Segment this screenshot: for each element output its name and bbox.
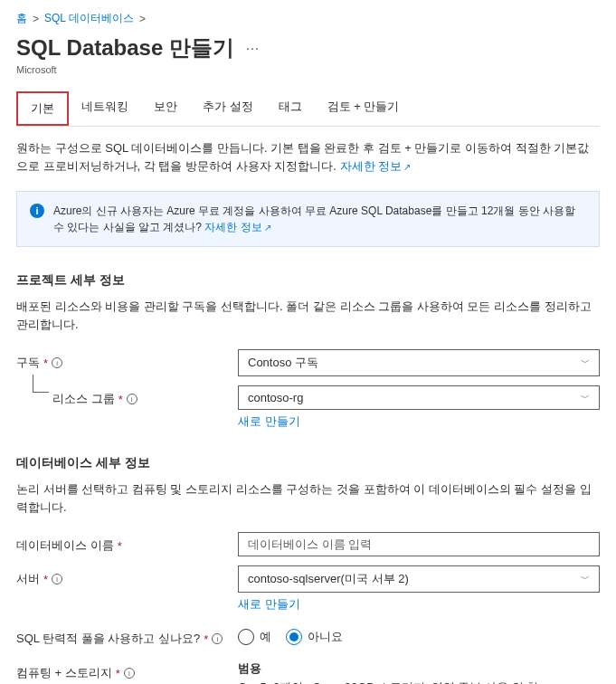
section-title-database: 데이터베이스 세부 정보	[16, 455, 600, 471]
create-server-link[interactable]: 새로 만들기	[238, 596, 300, 613]
breadcrumb-database[interactable]: SQL 데이터베이스	[44, 11, 134, 26]
label-database-name: 데이터베이스 이름 *	[16, 532, 238, 554]
label-elastic-pool: SQL 탄력적 풀을 사용하고 싶나요? * i	[16, 625, 238, 647]
tab-basic[interactable]: 기본	[16, 91, 69, 126]
elastic-pool-no[interactable]: 아니요	[286, 629, 343, 645]
tab-tags[interactable]: 태그	[266, 91, 315, 126]
label-server: 서버 * i	[16, 565, 238, 587]
compute-details: Gen5, 2개의 vCore, 32GB 스토리지, 영역 중복 사용 안 함	[238, 679, 600, 684]
section-title-project: 프로젝트 세부 정보	[16, 272, 600, 289]
breadcrumb: 홈 > SQL 데이터베이스 >	[16, 11, 600, 26]
label-compute-storage: 컴퓨팅 + 스토리지 * i	[16, 660, 238, 681]
help-icon[interactable]: i	[212, 633, 223, 644]
external-link-icon: ↗	[403, 162, 411, 172]
help-icon[interactable]: i	[124, 668, 135, 679]
tab-security[interactable]: 보안	[141, 91, 190, 126]
chevron-down-icon: ﹀	[581, 356, 590, 369]
tab-additional[interactable]: 추가 설정	[190, 91, 266, 126]
tab-description: 원하는 구성으로 SQL 데이터베이스를 만듭니다. 기본 탭을 완료한 후 검…	[16, 139, 600, 175]
tab-networking[interactable]: 네트워킹	[69, 91, 141, 126]
chevron-down-icon: ﹀	[581, 573, 590, 585]
help-icon[interactable]: i	[52, 357, 62, 368]
server-select[interactable]: contoso-sqlserver(미국 서부 2) ﹀	[238, 565, 600, 593]
chevron-down-icon: ﹀	[581, 392, 590, 404]
chevron-right-icon: >	[139, 13, 146, 25]
info-banner: i Azure의 신규 사용자는 Azure 무료 계정을 사용하여 무료 Az…	[16, 191, 600, 247]
database-name-input[interactable]	[238, 532, 600, 556]
compute-tier: 범용	[238, 660, 600, 679]
section-desc-project: 배포된 리소스와 비용을 관리할 구독을 선택합니다. 폴더 같은 리소스 그룹…	[16, 298, 600, 333]
more-icon[interactable]: …	[245, 37, 260, 59]
learn-more-link[interactable]: 자세한 정보↗	[340, 159, 412, 173]
tabs: 기본 네트워킹 보안 추가 설정 태그 검토 + 만들기	[16, 91, 600, 127]
page-subtitle: Microsoft	[16, 64, 600, 75]
chevron-right-icon: >	[33, 13, 39, 25]
page-title: SQL Database 만들기	[16, 33, 234, 62]
subscription-select[interactable]: Contoso 구독 ﹀	[238, 349, 600, 376]
elastic-pool-yes[interactable]: 예	[238, 629, 271, 645]
label-resource-group: 리소스 그룹 * i	[16, 385, 238, 407]
create-resource-group-link[interactable]: 새로 만들기	[238, 413, 300, 430]
info-icon: i	[30, 204, 44, 218]
resource-group-select[interactable]: contoso-rg ﹀	[238, 385, 600, 410]
tab-review[interactable]: 검토 + 만들기	[315, 91, 412, 126]
help-icon[interactable]: i	[52, 574, 62, 584]
breadcrumb-home[interactable]: 홈	[16, 11, 27, 26]
help-icon[interactable]: i	[127, 394, 137, 404]
external-link-icon: ↗	[264, 223, 271, 233]
info-learn-more-link[interactable]: 자세한 정보↗	[204, 221, 270, 233]
label-subscription: 구독 * i	[16, 349, 238, 371]
section-desc-database: 논리 서버를 선택하고 컴퓨팅 및 스토리지 리소스를 구성하는 것을 포함하여…	[16, 480, 600, 516]
